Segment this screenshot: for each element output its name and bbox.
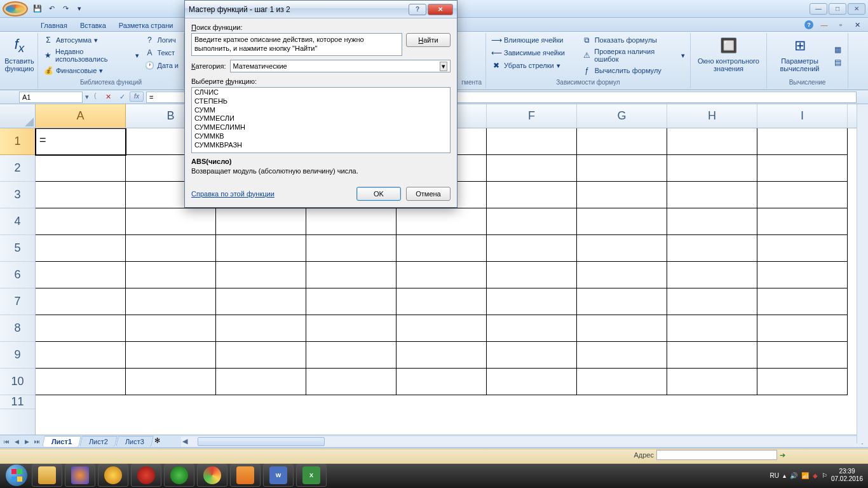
col-header-I[interactable]: I [757,104,848,128]
cancel-formula-button[interactable]: ✕ [102,92,114,103]
task-ccleaner[interactable] [131,464,161,487]
cell[interactable] [577,208,667,235]
tab-layout[interactable]: Разметка страни [112,20,180,31]
sheet-tab-1[interactable]: Лист1 [42,436,81,447]
cell[interactable] [397,342,487,369]
undo-icon[interactable]: ↶ [46,3,57,15]
task-mediaplayer[interactable] [230,464,261,487]
col-header-H[interactable]: H [667,104,757,128]
tray-clock[interactable]: 23:39 07.02.2016 [831,468,863,483]
evaluate-button[interactable]: ƒВычислить формулу [581,65,686,76]
cell[interactable] [216,262,306,288]
go-icon[interactable]: ➔ [780,451,785,459]
cell[interactable] [306,262,397,288]
cell[interactable] [306,288,397,315]
cell[interactable] [216,315,306,342]
cell[interactable] [216,342,306,369]
row-header-10[interactable]: 10 [0,369,35,395]
cell[interactable] [36,288,126,315]
network-icon[interactable]: 📶 [801,472,809,479]
watch-window-button[interactable]: 🔲 Окно контрольного значения [695,34,763,74]
cell[interactable] [306,208,397,235]
cell[interactable] [397,208,487,235]
find-button[interactable]: Найти [406,33,451,47]
calc-now-button[interactable]: ▦ [831,44,844,55]
cell[interactable] [757,262,848,288]
first-sheet-button[interactable]: ⏮ [1,437,11,447]
accept-formula-button[interactable]: ✓ [116,92,128,103]
cell[interactable] [36,182,126,208]
task-firefox[interactable] [65,464,95,487]
row-header-3[interactable]: 3 [0,182,35,208]
error-check-button[interactable]: ⚠Проверка наличия ошибок ▾ [581,47,686,64]
cell[interactable] [397,315,487,342]
sheet-tab-2[interactable]: Лист2 [79,436,118,447]
row-header-4[interactable]: 4 [0,208,35,235]
cell-A1[interactable]: = [36,128,126,155]
cell[interactable] [487,128,577,155]
row-header-9[interactable]: 9 [0,342,35,369]
cell[interactable] [397,288,487,315]
function-item[interactable]: СУММКВ [193,132,449,141]
help-link[interactable]: Справка по этой функции [191,190,351,198]
function-item[interactable]: СУММЕСЛИ [193,114,449,123]
cell[interactable] [667,288,757,315]
cell[interactable] [487,342,577,369]
row-header-2[interactable]: 2 [0,155,35,182]
cell[interactable] [487,315,577,342]
task-explorer[interactable] [32,464,62,487]
search-input[interactable]: Введите краткое описание действия, котор… [191,33,402,56]
tab-insert[interactable]: Вставка [74,20,112,31]
cell[interactable] [487,208,577,235]
redo-icon[interactable]: ↷ [60,3,71,15]
start-button[interactable] [3,464,31,487]
text-button[interactable]: AТекст [143,47,180,58]
cancel-button[interactable]: Отмена [406,187,451,201]
close-button[interactable]: ✕ [848,3,865,15]
maximize-button[interactable]: □ [829,3,846,15]
cell[interactable] [306,369,397,395]
row-header-8[interactable]: 8 [0,315,35,342]
prev-sheet-button[interactable]: ◀ [11,437,22,447]
col-header-F[interactable]: F [487,104,577,128]
fx-icon[interactable]: fx [130,92,144,102]
dialog-help-button[interactable]: ? [409,4,426,15]
cell[interactable] [397,235,487,262]
lang-indicator[interactable]: RU [770,472,778,479]
cell[interactable] [36,155,126,182]
cell[interactable] [757,235,848,262]
new-sheet-button[interactable]: ✻ [154,437,168,447]
cell[interactable] [757,208,848,235]
restore-down-icon[interactable]: ▫ [835,19,846,30]
autosum-button[interactable]: ΣАвтосумма ▾ [42,34,140,46]
recent-button[interactable]: ★Недавно использовались ▾ [42,47,140,64]
cell[interactable] [126,208,216,235]
cell[interactable] [667,182,757,208]
datetime-button[interactable]: 🕐Дата и [143,60,180,71]
cell[interactable] [397,369,487,395]
row-header-5[interactable]: 5 [0,235,35,262]
cell[interactable] [667,235,757,262]
task-aimp[interactable] [98,464,128,487]
cell[interactable] [577,315,667,342]
cell[interactable] [487,155,577,182]
cell[interactable] [126,315,216,342]
shield-icon[interactable]: ◆ [813,472,818,479]
cell[interactable] [306,315,397,342]
row-header-11[interactable]: 11 [0,395,35,409]
cell[interactable] [757,342,848,369]
help-icon[interactable]: ? [804,20,813,29]
cell[interactable] [487,262,577,288]
cell[interactable] [36,315,126,342]
function-item[interactable]: СУММ [193,106,449,115]
scroll-left-icon[interactable]: ◀ [181,437,189,445]
sheet-tab-3[interactable]: Лист3 [116,436,154,447]
cell[interactable] [306,342,397,369]
cell[interactable] [36,342,126,369]
row-header-1[interactable]: 1 [0,128,35,155]
cell[interactable] [757,155,848,182]
doc-close-icon[interactable]: ✕ [851,19,863,30]
cell[interactable] [216,288,306,315]
calc-options-button[interactable]: ⊞ Параметры вычислений [771,34,829,78]
show-formulas-button[interactable]: ⧉Показать формулы [581,34,686,46]
